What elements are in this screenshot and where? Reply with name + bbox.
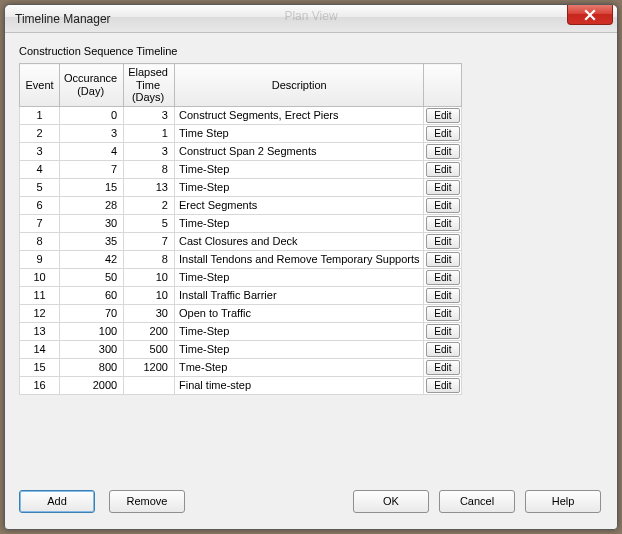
col-header-event[interactable]: Event (20, 64, 60, 107)
cell-occurance[interactable]: 70 (60, 304, 124, 322)
cell-event[interactable]: 2 (20, 124, 60, 142)
cell-event[interactable]: 9 (20, 250, 60, 268)
table-row[interactable]: 7305Time-StepEdit (20, 214, 462, 232)
cell-occurance[interactable]: 30 (60, 214, 124, 232)
col-header-occurance[interactable]: Occurance (Day) (60, 64, 124, 107)
cell-elapsed[interactable]: 10 (124, 286, 175, 304)
col-header-elapsed[interactable]: Elapsed Time (Days) (124, 64, 175, 107)
table-row[interactable]: 158001200Tme-StepEdit (20, 358, 462, 376)
edit-button[interactable]: Edit (426, 216, 460, 231)
cell-event[interactable]: 7 (20, 214, 60, 232)
edit-button[interactable]: Edit (426, 324, 460, 339)
cell-occurance[interactable]: 35 (60, 232, 124, 250)
cell-event[interactable]: 16 (20, 376, 60, 394)
close-button[interactable] (567, 5, 613, 25)
cell-elapsed[interactable]: 7 (124, 232, 175, 250)
cell-elapsed[interactable]: 3 (124, 106, 175, 124)
cell-event[interactable]: 14 (20, 340, 60, 358)
cell-occurance[interactable]: 50 (60, 268, 124, 286)
edit-button[interactable]: Edit (426, 378, 460, 393)
cell-occurance[interactable]: 2000 (60, 376, 124, 394)
cell-event[interactable]: 11 (20, 286, 60, 304)
edit-button[interactable]: Edit (426, 108, 460, 123)
titlebar[interactable]: Timeline Manager Plan View (5, 5, 617, 33)
cell-elapsed[interactable]: 200 (124, 322, 175, 340)
cell-description[interactable]: Install Tendons and Remove Temporary Sup… (174, 250, 424, 268)
table-row[interactable]: 103Construct Segments, Erect PiersEdit (20, 106, 462, 124)
cell-occurance[interactable]: 300 (60, 340, 124, 358)
cell-description[interactable]: Install Traffic Barrier (174, 286, 424, 304)
cell-occurance[interactable]: 800 (60, 358, 124, 376)
table-row[interactable]: 105010Time-StepEdit (20, 268, 462, 286)
table-row[interactable]: 127030Open to TrafficEdit (20, 304, 462, 322)
cell-elapsed[interactable]: 10 (124, 268, 175, 286)
table-row[interactable]: 116010Install Traffic BarrierEdit (20, 286, 462, 304)
cell-description[interactable]: Time-Step (174, 340, 424, 358)
cell-elapsed[interactable]: 13 (124, 178, 175, 196)
cell-elapsed[interactable]: 1200 (124, 358, 175, 376)
table-container[interactable]: Event Occurance (Day) Elapsed Time (Days… (19, 63, 601, 477)
table-row[interactable]: 231Time StepEdit (20, 124, 462, 142)
cell-event[interactable]: 13 (20, 322, 60, 340)
cell-occurance[interactable]: 0 (60, 106, 124, 124)
edit-button[interactable]: Edit (426, 288, 460, 303)
cell-event[interactable]: 10 (20, 268, 60, 286)
cell-description[interactable]: Time-Step (174, 160, 424, 178)
cell-elapsed[interactable]: 500 (124, 340, 175, 358)
cell-description[interactable]: Time-Step (174, 178, 424, 196)
add-button[interactable]: Add (19, 490, 95, 513)
cell-event[interactable]: 3 (20, 142, 60, 160)
cell-description[interactable]: Time-Step (174, 322, 424, 340)
cell-description[interactable]: Construct Span 2 Segments (174, 142, 424, 160)
cell-occurance[interactable]: 7 (60, 160, 124, 178)
cell-description[interactable]: Time Step (174, 124, 424, 142)
cell-elapsed[interactable]: 1 (124, 124, 175, 142)
ok-button[interactable]: OK (353, 490, 429, 513)
col-header-edit[interactable] (424, 64, 462, 107)
table-row[interactable]: 13100200Time-StepEdit (20, 322, 462, 340)
cancel-button[interactable]: Cancel (439, 490, 515, 513)
cell-description[interactable]: Open to Traffic (174, 304, 424, 322)
help-button[interactable]: Help (525, 490, 601, 513)
edit-button[interactable]: Edit (426, 198, 460, 213)
col-header-description[interactable]: Description (174, 64, 424, 107)
cell-description[interactable]: Final time-step (174, 376, 424, 394)
remove-button[interactable]: Remove (109, 490, 185, 513)
table-row[interactable]: 51513Time-StepEdit (20, 178, 462, 196)
cell-event[interactable]: 5 (20, 178, 60, 196)
cell-description[interactable]: Tme-Step (174, 358, 424, 376)
cell-occurance[interactable]: 42 (60, 250, 124, 268)
table-row[interactable]: 9428Install Tendons and Remove Temporary… (20, 250, 462, 268)
table-row[interactable]: 14300500Time-StepEdit (20, 340, 462, 358)
edit-button[interactable]: Edit (426, 306, 460, 321)
cell-event[interactable]: 4 (20, 160, 60, 178)
cell-elapsed[interactable]: 3 (124, 142, 175, 160)
edit-button[interactable]: Edit (426, 360, 460, 375)
cell-event[interactable]: 8 (20, 232, 60, 250)
cell-occurance[interactable]: 15 (60, 178, 124, 196)
cell-occurance[interactable]: 4 (60, 142, 124, 160)
cell-description[interactable]: Time-Step (174, 268, 424, 286)
cell-elapsed[interactable]: 30 (124, 304, 175, 322)
edit-button[interactable]: Edit (426, 270, 460, 285)
cell-event[interactable]: 15 (20, 358, 60, 376)
cell-description[interactable]: Construct Segments, Erect Piers (174, 106, 424, 124)
cell-event[interactable]: 1 (20, 106, 60, 124)
edit-button[interactable]: Edit (426, 180, 460, 195)
cell-occurance[interactable]: 28 (60, 196, 124, 214)
cell-description[interactable]: Erect Segments (174, 196, 424, 214)
cell-occurance[interactable]: 60 (60, 286, 124, 304)
cell-description[interactable]: Time-Step (174, 214, 424, 232)
cell-elapsed[interactable] (124, 376, 175, 394)
cell-occurance[interactable]: 3 (60, 124, 124, 142)
table-row[interactable]: 162000Final time-stepEdit (20, 376, 462, 394)
cell-occurance[interactable]: 100 (60, 322, 124, 340)
table-row[interactable]: 343Construct Span 2 SegmentsEdit (20, 142, 462, 160)
table-row[interactable]: 6282Erect SegmentsEdit (20, 196, 462, 214)
cell-event[interactable]: 12 (20, 304, 60, 322)
cell-event[interactable]: 6 (20, 196, 60, 214)
cell-elapsed[interactable]: 2 (124, 196, 175, 214)
edit-button[interactable]: Edit (426, 252, 460, 267)
edit-button[interactable]: Edit (426, 162, 460, 177)
edit-button[interactable]: Edit (426, 234, 460, 249)
